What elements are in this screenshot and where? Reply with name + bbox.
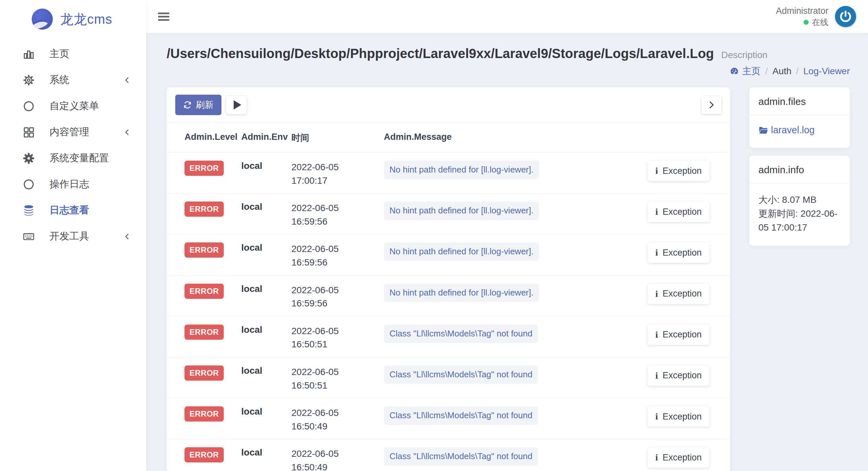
message-link[interactable]: No hint path defined for [ll.log-viewer]… xyxy=(384,284,539,302)
info-icon: i xyxy=(655,330,658,340)
time-cell: 2022-06-05 16:50:49 xyxy=(287,398,379,439)
sidebar-item-content[interactable]: 内容管理 xyxy=(0,119,146,145)
error-badge: ERROR xyxy=(185,325,224,340)
exception-button[interactable]: i Exception xyxy=(648,325,710,345)
env-cell: local xyxy=(237,276,287,316)
time-cell: 2022-06-05 16:59:56 xyxy=(287,235,379,275)
message-link[interactable]: Class "Ll\llcms\Models\Tag" not found xyxy=(384,325,538,343)
exception-button[interactable]: i Exception xyxy=(648,365,710,386)
page-content: /Users/Chensuilong/Desktop/Phpproject/La… xyxy=(146,33,868,471)
sidebar-item-dev-tools[interactable]: 开发工具 xyxy=(0,223,146,249)
message-link[interactable]: No hint path defined for [ll.log-viewer]… xyxy=(384,242,539,261)
sidebar-item-log-viewer[interactable]: 日志查看 xyxy=(0,197,146,223)
sidebar-item-custom-menu[interactable]: 自定义菜单 xyxy=(0,93,146,119)
brand-name: 龙龙cms xyxy=(60,10,112,28)
sidebar-item-label: 系统变量配置 xyxy=(50,152,132,165)
column-header-env: Admin.Env xyxy=(237,123,287,153)
level-cell: ERROR xyxy=(180,276,237,316)
sidebar-item-home[interactable]: 主页 xyxy=(0,41,146,67)
next-page-button[interactable] xyxy=(702,96,721,114)
user-meta: Administrator 在线 xyxy=(776,5,828,28)
sidebar-item-label: 日志查看 xyxy=(50,203,132,217)
action-cell: i Exception xyxy=(634,276,717,316)
info-card-title: admin.info xyxy=(749,156,850,184)
refresh-icon xyxy=(183,101,192,109)
level-cell: ERROR xyxy=(180,235,237,275)
level-cell: ERROR xyxy=(180,194,237,234)
refresh-button[interactable]: 刷新 xyxy=(175,95,221,115)
message-link[interactable]: Class "Ll\llcms\Models\Tag" not found xyxy=(384,447,538,466)
log-file-link[interactable]: laravel.log xyxy=(758,125,814,136)
breadcrumb-auth: Auth xyxy=(772,66,792,76)
env-cell: local xyxy=(237,439,287,471)
breadcrumb: 主页 / Auth / Log-Viewer xyxy=(167,65,850,77)
column-header-message: Admin.Message xyxy=(379,123,634,153)
env-cell: local xyxy=(237,194,287,234)
action-cell: i Exception xyxy=(634,358,717,398)
exception-button[interactable]: i Exception xyxy=(648,242,710,263)
table-row: ERROR local 2022-06-05 16:50:49 Class "L… xyxy=(167,398,730,439)
files-card-title: admin.files xyxy=(749,88,850,115)
bar-chart-icon xyxy=(22,47,36,61)
message-cell: Class "Ll\llcms\Models\Tag" not found xyxy=(379,398,634,439)
info-icon: i xyxy=(655,166,658,176)
message-link[interactable]: No hint path defined for [ll.log-viewer]… xyxy=(384,202,539,220)
grid-icon xyxy=(22,125,36,139)
message-link[interactable]: Class "Ll\llcms\Models\Tag" not found xyxy=(384,365,538,384)
message-cell: No hint path defined for [ll.log-viewer]… xyxy=(379,153,634,193)
env-cell: local xyxy=(237,153,287,193)
sidebar-item-op-log[interactable]: 操作日志 xyxy=(0,171,146,197)
level-cell: ERROR xyxy=(180,439,237,471)
info-icon: i xyxy=(655,411,658,422)
brand[interactable]: 龙龙cms xyxy=(0,0,146,30)
message-link[interactable]: Class "Ll\llcms\Models\Tag" not found xyxy=(384,406,538,425)
gear-icon xyxy=(22,73,36,87)
exception-button[interactable]: i Exception xyxy=(648,447,710,468)
level-cell: ERROR xyxy=(180,153,237,193)
sidebar-menu: 主页 系统 xyxy=(0,41,146,249)
breadcrumb-home-link[interactable]: 主页 xyxy=(730,65,761,77)
sidebar-item-variables[interactable]: 系统变量配置 xyxy=(0,145,146,171)
message-cell: No hint path defined for [ll.log-viewer]… xyxy=(379,276,634,316)
play-button[interactable] xyxy=(226,96,247,114)
action-cell: i Exception xyxy=(634,194,717,234)
gear-solid-icon xyxy=(22,152,36,165)
breadcrumb-separator: / xyxy=(796,66,799,76)
files-card: admin.files laravel.log xyxy=(749,88,850,148)
page-title: /Users/Chensuilong/Desktop/Phpproject/La… xyxy=(167,46,714,61)
level-cell: ERROR xyxy=(180,317,237,357)
table-row: ERROR local 2022-06-05 16:50:51 Class "L… xyxy=(167,317,730,358)
sidebar-item-label: 操作日志 xyxy=(50,177,132,191)
logout-power-button[interactable] xyxy=(835,6,856,27)
message-cell: Class "Ll\llcms\Models\Tag" not found xyxy=(379,317,634,357)
exception-button[interactable]: i Exception xyxy=(648,406,710,427)
error-badge: ERROR xyxy=(185,242,224,258)
table-row: ERROR local 2022-06-05 16:59:56 No hint … xyxy=(167,194,730,235)
log-table-header: Admin.Level Admin.Env 时间 Admin.Message xyxy=(167,123,730,153)
info-icon: i xyxy=(655,452,658,463)
play-icon xyxy=(234,100,241,109)
exception-button[interactable]: i Exception xyxy=(648,284,710,304)
level-cell: ERROR xyxy=(180,358,237,398)
time-cell: 2022-06-05 16:50:51 xyxy=(287,358,379,398)
table-row: ERROR local 2022-06-05 16:50:51 Class "L… xyxy=(167,358,730,398)
env-cell: local xyxy=(237,398,287,439)
user-name: Administrator xyxy=(776,5,828,17)
error-badge: ERROR xyxy=(185,365,224,381)
page-head: /Users/Chensuilong/Desktop/Phpproject/La… xyxy=(167,46,850,77)
exception-button[interactable]: i Exception xyxy=(648,161,710,181)
chevron-left-icon xyxy=(123,232,132,241)
online-dot-icon xyxy=(804,20,809,25)
time-cell: 2022-06-05 16:59:56 xyxy=(287,276,379,316)
circle-icon xyxy=(22,99,36,113)
log-viewer-card: 刷新 Admin.Level xyxy=(167,88,730,471)
info-icon: i xyxy=(655,247,658,258)
message-cell: No hint path defined for [ll.log-viewer]… xyxy=(379,194,634,234)
sidebar-item-system[interactable]: 系统 xyxy=(0,67,146,93)
message-link[interactable]: No hint path defined for [ll.log-viewer]… xyxy=(384,161,539,179)
breadcrumb-log-viewer-link[interactable]: Log-Viewer xyxy=(803,66,850,76)
column-header-actions xyxy=(634,123,717,153)
hamburger-menu-icon[interactable] xyxy=(158,11,170,23)
exception-button[interactable]: i Exception xyxy=(648,202,710,222)
online-label: 在线 xyxy=(812,17,828,28)
